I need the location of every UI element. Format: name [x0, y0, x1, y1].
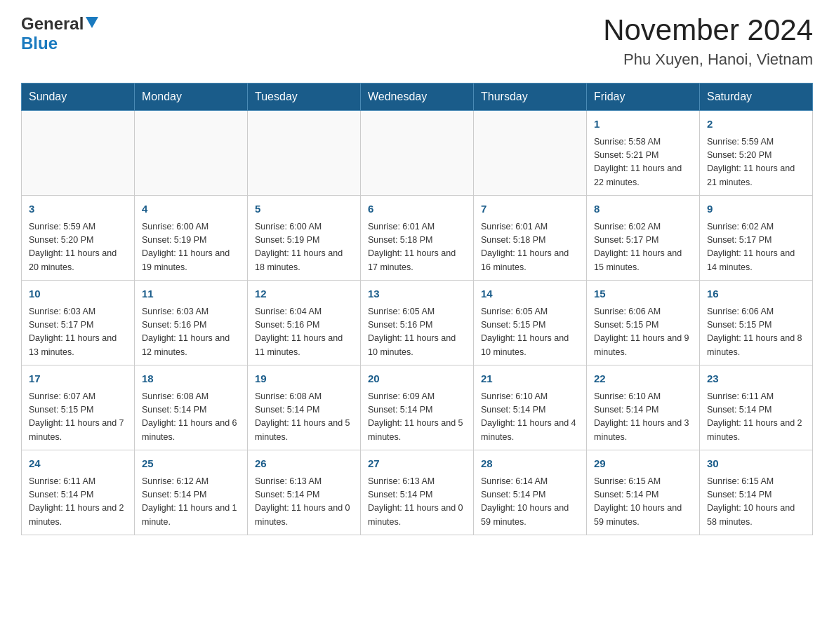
day-number: 22: [594, 371, 692, 387]
day-info: Sunrise: 6:01 AMSunset: 5:18 PMDaylight:…: [368, 220, 466, 275]
col-thursday: Thursday: [474, 83, 587, 111]
day-cell: 24Sunrise: 6:11 AMSunset: 5:14 PMDayligh…: [22, 450, 135, 535]
day-number: 11: [142, 286, 240, 302]
day-cell: [361, 111, 474, 196]
week-row-5: 24Sunrise: 6:11 AMSunset: 5:14 PMDayligh…: [22, 450, 813, 535]
logo-general-text: General: [21, 14, 84, 34]
day-info: Sunrise: 6:00 AMSunset: 5:19 PMDaylight:…: [255, 220, 353, 275]
day-info: Sunrise: 6:07 AMSunset: 5:15 PMDaylight:…: [29, 390, 127, 445]
day-cell: 5Sunrise: 6:00 AMSunset: 5:19 PMDaylight…: [248, 196, 361, 281]
day-number: 6: [368, 201, 466, 217]
day-number: 28: [481, 456, 579, 472]
day-number: 17: [29, 371, 127, 387]
day-cell: [248, 111, 361, 196]
day-cell: 1Sunrise: 5:58 AMSunset: 5:21 PMDaylight…: [587, 111, 700, 196]
day-info: Sunrise: 5:59 AMSunset: 5:20 PMDaylight:…: [707, 135, 805, 190]
day-number: 19: [255, 371, 353, 387]
day-info: Sunrise: 6:02 AMSunset: 5:17 PMDaylight:…: [707, 220, 805, 275]
col-saturday: Saturday: [700, 83, 813, 111]
logo: General Blue: [21, 14, 98, 53]
day-number: 7: [481, 201, 579, 217]
day-number: 27: [368, 456, 466, 472]
day-number: 4: [142, 201, 240, 217]
day-cell: [474, 111, 587, 196]
day-number: 21: [481, 371, 579, 387]
week-row-3: 10Sunrise: 6:03 AMSunset: 5:17 PMDayligh…: [22, 281, 813, 365]
day-number: 10: [29, 286, 127, 302]
day-cell: 17Sunrise: 6:07 AMSunset: 5:15 PMDayligh…: [22, 365, 135, 450]
week-row-4: 17Sunrise: 6:07 AMSunset: 5:15 PMDayligh…: [22, 365, 813, 450]
day-number: 2: [707, 116, 805, 133]
day-cell: 2Sunrise: 5:59 AMSunset: 5:20 PMDaylight…: [700, 111, 813, 196]
col-friday: Friday: [587, 83, 700, 111]
day-number: 23: [707, 371, 805, 387]
title-block: November 2024 Phu Xuyen, Hanoi, Vietnam: [603, 14, 813, 69]
day-info: Sunrise: 6:15 AMSunset: 5:14 PMDaylight:…: [707, 475, 805, 530]
day-info: Sunrise: 6:13 AMSunset: 5:14 PMDaylight:…: [368, 475, 466, 530]
logo-blue-text: Blue: [21, 34, 58, 53]
day-cell: 10Sunrise: 6:03 AMSunset: 5:17 PMDayligh…: [22, 281, 135, 365]
day-cell: 21Sunrise: 6:10 AMSunset: 5:14 PMDayligh…: [474, 365, 587, 450]
day-cell: [22, 111, 135, 196]
day-cell: 28Sunrise: 6:14 AMSunset: 5:14 PMDayligh…: [474, 450, 587, 535]
day-number: 24: [29, 456, 127, 472]
day-cell: 8Sunrise: 6:02 AMSunset: 5:17 PMDaylight…: [587, 196, 700, 281]
col-wednesday: Wednesday: [361, 83, 474, 111]
day-number: 14: [481, 286, 579, 302]
day-number: 3: [29, 201, 127, 217]
day-cell: 9Sunrise: 6:02 AMSunset: 5:17 PMDaylight…: [700, 196, 813, 281]
svg-marker-0: [86, 17, 98, 28]
day-info: Sunrise: 6:01 AMSunset: 5:18 PMDaylight:…: [481, 220, 579, 275]
day-number: 13: [368, 286, 466, 302]
day-number: 20: [368, 371, 466, 387]
day-cell: 26Sunrise: 6:13 AMSunset: 5:14 PMDayligh…: [248, 450, 361, 535]
day-info: Sunrise: 6:11 AMSunset: 5:14 PMDaylight:…: [29, 475, 127, 530]
day-info: Sunrise: 6:13 AMSunset: 5:14 PMDaylight:…: [255, 475, 353, 530]
day-info: Sunrise: 6:02 AMSunset: 5:17 PMDaylight:…: [594, 220, 692, 275]
day-cell: 7Sunrise: 6:01 AMSunset: 5:18 PMDaylight…: [474, 196, 587, 281]
day-number: 5: [255, 201, 353, 217]
day-cell: 11Sunrise: 6:03 AMSunset: 5:16 PMDayligh…: [135, 281, 248, 365]
day-cell: 6Sunrise: 6:01 AMSunset: 5:18 PMDaylight…: [361, 196, 474, 281]
day-cell: 3Sunrise: 5:59 AMSunset: 5:20 PMDaylight…: [22, 196, 135, 281]
page-header: General Blue November 2024 Phu Xuyen, Ha…: [21, 14, 813, 69]
col-tuesday: Tuesday: [248, 83, 361, 111]
day-number: 16: [707, 286, 805, 302]
day-number: 1: [594, 116, 692, 133]
day-info: Sunrise: 6:10 AMSunset: 5:14 PMDaylight:…: [481, 390, 579, 445]
day-cell: 30Sunrise: 6:15 AMSunset: 5:14 PMDayligh…: [700, 450, 813, 535]
day-number: 18: [142, 371, 240, 387]
calendar-table: Sunday Monday Tuesday Wednesday Thursday…: [21, 83, 813, 535]
day-info: Sunrise: 6:04 AMSunset: 5:16 PMDaylight:…: [255, 305, 353, 360]
day-cell: 23Sunrise: 6:11 AMSunset: 5:14 PMDayligh…: [700, 365, 813, 450]
day-cell: 20Sunrise: 6:09 AMSunset: 5:14 PMDayligh…: [361, 365, 474, 450]
col-sunday: Sunday: [22, 83, 135, 111]
day-cell: 14Sunrise: 6:05 AMSunset: 5:15 PMDayligh…: [474, 281, 587, 365]
col-monday: Monday: [135, 83, 248, 111]
day-info: Sunrise: 6:03 AMSunset: 5:17 PMDaylight:…: [29, 305, 127, 360]
day-cell: 29Sunrise: 6:15 AMSunset: 5:14 PMDayligh…: [587, 450, 700, 535]
day-number: 26: [255, 456, 353, 472]
day-cell: 27Sunrise: 6:13 AMSunset: 5:14 PMDayligh…: [361, 450, 474, 535]
day-info: Sunrise: 6:12 AMSunset: 5:14 PMDaylight:…: [142, 475, 240, 530]
logo-triangle-icon: [86, 17, 98, 32]
location-subtitle: Phu Xuyen, Hanoi, Vietnam: [603, 51, 813, 69]
day-info: Sunrise: 6:05 AMSunset: 5:16 PMDaylight:…: [368, 305, 466, 360]
day-info: Sunrise: 6:06 AMSunset: 5:15 PMDaylight:…: [594, 305, 692, 360]
day-cell: 22Sunrise: 6:10 AMSunset: 5:14 PMDayligh…: [587, 365, 700, 450]
day-cell: 13Sunrise: 6:05 AMSunset: 5:16 PMDayligh…: [361, 281, 474, 365]
week-row-1: 1Sunrise: 5:58 AMSunset: 5:21 PMDaylight…: [22, 111, 813, 196]
day-number: 30: [707, 456, 805, 472]
day-number: 15: [594, 286, 692, 302]
day-info: Sunrise: 5:58 AMSunset: 5:21 PMDaylight:…: [594, 135, 692, 190]
day-cell: 4Sunrise: 6:00 AMSunset: 5:19 PMDaylight…: [135, 196, 248, 281]
day-number: 12: [255, 286, 353, 302]
week-row-2: 3Sunrise: 5:59 AMSunset: 5:20 PMDaylight…: [22, 196, 813, 281]
day-info: Sunrise: 6:10 AMSunset: 5:14 PMDaylight:…: [594, 390, 692, 445]
day-number: 25: [142, 456, 240, 472]
day-cell: 25Sunrise: 6:12 AMSunset: 5:14 PMDayligh…: [135, 450, 248, 535]
day-number: 8: [594, 201, 692, 217]
calendar-title: November 2024: [603, 14, 813, 46]
day-cell: 18Sunrise: 6:08 AMSunset: 5:14 PMDayligh…: [135, 365, 248, 450]
day-cell: 12Sunrise: 6:04 AMSunset: 5:16 PMDayligh…: [248, 281, 361, 365]
